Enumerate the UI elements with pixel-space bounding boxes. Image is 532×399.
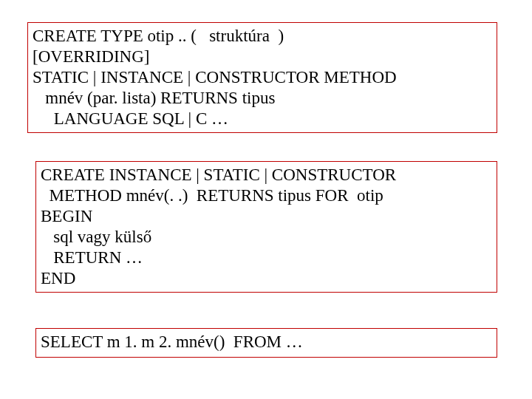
code-line: LANGUAGE SQL | C … — [33, 109, 492, 129]
syntax-box-select: SELECT m 1. m 2. mnév() FROM … — [35, 328, 497, 358]
code-line: END — [41, 268, 492, 289]
code-line: SELECT m 1. m 2. mnév() FROM … — [41, 332, 492, 352]
code-line: [OVERRIDING] — [33, 47, 492, 67]
code-line: CREATE TYPE otip .. ( struktúra ) — [33, 26, 492, 47]
code-line: mnév (par. lista) RETURNS tipus — [33, 88, 492, 109]
code-line: STATIC | INSTANCE | CONSTRUCTOR METHOD — [33, 67, 492, 88]
code-line: BEGIN — [41, 206, 492, 227]
code-line: METHOD mnév(. .) RETURNS tipus FOR otip — [41, 185, 492, 206]
syntax-box-create-method: CREATE INSTANCE | STATIC | CONSTRUCTOR M… — [35, 161, 497, 293]
syntax-box-create-type: CREATE TYPE otip .. ( struktúra ) [OVERR… — [27, 22, 497, 133]
code-line: CREATE INSTANCE | STATIC | CONSTRUCTOR — [41, 165, 492, 185]
code-line: sql vagy külső — [41, 227, 492, 248]
code-line: RETURN … — [41, 248, 492, 268]
